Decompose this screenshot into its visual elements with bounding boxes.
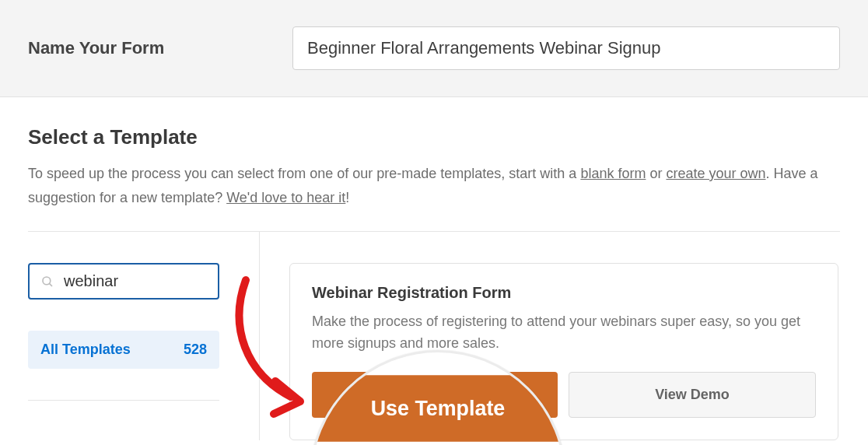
- select-template-heading: Select a Template: [28, 125, 840, 149]
- svg-point-0: [43, 277, 51, 285]
- category-count: 528: [184, 342, 207, 358]
- desc-text: !: [345, 190, 349, 205]
- category-label: All Templates: [40, 342, 131, 358]
- desc-text: or: [646, 166, 666, 181]
- sidebar-divider: [28, 400, 219, 401]
- create-your-own-link[interactable]: create your own: [666, 166, 765, 181]
- desc-text: To speed up the process you can select f…: [28, 166, 580, 181]
- sidebar-item-all-templates[interactable]: All Templates 528: [28, 331, 219, 369]
- svg-line-1: [49, 283, 52, 286]
- template-desc: Make the process of registering to atten…: [312, 311, 816, 355]
- template-search[interactable]: [28, 263, 219, 300]
- view-demo-button[interactable]: View Demo: [569, 372, 816, 418]
- blank-form-link[interactable]: blank form: [580, 166, 646, 181]
- love-to-hear-link[interactable]: We'd love to hear it: [226, 190, 345, 205]
- form-name-input[interactable]: [292, 26, 840, 70]
- template-title: Webinar Registration Form: [312, 284, 816, 302]
- name-form-input-wrap: [292, 26, 840, 70]
- name-form-bar: Name Your Form: [0, 0, 868, 97]
- template-description: To speed up the process you can select f…: [28, 162, 840, 209]
- search-icon: [40, 275, 54, 289]
- name-form-label: Name Your Form: [28, 38, 261, 58]
- template-search-input[interactable]: [64, 272, 207, 290]
- template-sidebar: All Templates 528: [28, 232, 260, 440]
